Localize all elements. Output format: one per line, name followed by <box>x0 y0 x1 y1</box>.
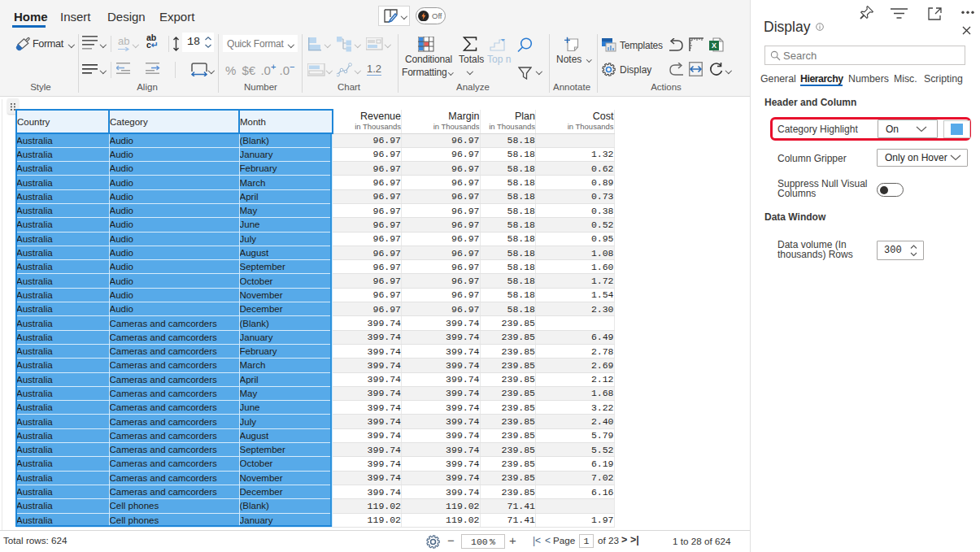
svg-text:X: X <box>712 41 716 50</box>
